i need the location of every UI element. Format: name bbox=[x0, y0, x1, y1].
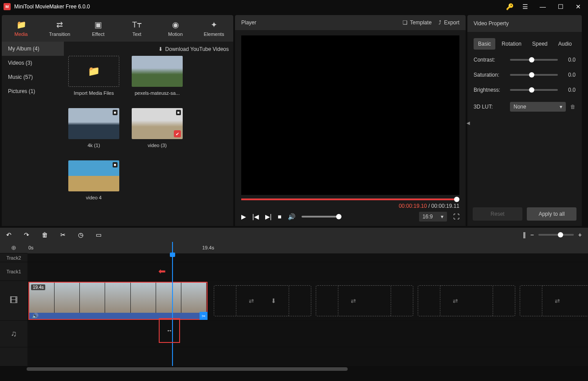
chevron-down-icon: ▾ bbox=[441, 214, 443, 220]
folder-add-icon: 📁 bbox=[88, 66, 100, 77]
export-button[interactable]: ⤴Export bbox=[439, 19, 459, 26]
redo-button[interactable]: ↷ bbox=[24, 231, 29, 238]
scrollbar-thumb[interactable] bbox=[27, 367, 348, 371]
volume-slider[interactable] bbox=[302, 216, 341, 218]
seek-bar[interactable] bbox=[241, 198, 459, 200]
sidebar-item-myalbum[interactable]: My Album (4) bbox=[2, 42, 64, 56]
fit-zoom-icon[interactable]: ‖ bbox=[523, 231, 526, 238]
app-title: MiniTool MovieMaker Free 6.0.0 bbox=[14, 4, 506, 10]
collapse-panel-icon[interactable]: ◀ bbox=[466, 121, 470, 125]
tab-elements[interactable]: ✦Elements bbox=[195, 15, 233, 42]
import-media-button[interactable]: 📁 Import Media Files bbox=[68, 56, 119, 96]
drop-zone-6[interactable] bbox=[440, 285, 515, 316]
sidebar-item-pictures[interactable]: Pictures (1) bbox=[2, 84, 64, 98]
audio-track[interactable] bbox=[27, 321, 588, 347]
seek-handle[interactable] bbox=[454, 197, 459, 202]
brightness-slider[interactable] bbox=[510, 89, 558, 91]
prop-tab-basic[interactable]: Basic bbox=[474, 38, 495, 50]
split-button[interactable]: ✂ bbox=[60, 231, 66, 238]
apply-all-button[interactable]: Apply to all bbox=[527, 207, 576, 221]
transition-icon: ⇄ bbox=[56, 20, 63, 30]
timeline-scrollbar[interactable] bbox=[0, 366, 588, 372]
tab-media[interactable]: 📁Media bbox=[2, 15, 40, 42]
saturation-slider[interactable] bbox=[510, 74, 558, 76]
drop-zone-8[interactable] bbox=[542, 285, 588, 316]
volume-handle[interactable] bbox=[336, 214, 341, 219]
elements-icon: ✦ bbox=[211, 20, 217, 30]
playhead-handle[interactable] bbox=[170, 253, 175, 257]
media-thumb-3[interactable]: ■✔ video (3) bbox=[132, 108, 183, 148]
effect-icon: ▣ bbox=[94, 20, 102, 30]
media-thumb-2[interactable]: ■ 4k (1) bbox=[68, 108, 119, 148]
lut-label: 3D LUT: bbox=[474, 104, 506, 110]
tab-motion[interactable]: ◉Motion bbox=[156, 15, 195, 42]
reset-button[interactable]: Reset bbox=[473, 207, 522, 221]
maximize-button[interactable]: ☐ bbox=[554, 3, 567, 10]
video-track[interactable]: 19.4s 🔊 ✂ ↔ ⇄ ⬇ ⇄ ⇄ ⇄ bbox=[27, 281, 588, 321]
play-button[interactable]: ▶ bbox=[241, 213, 246, 220]
zoom-out-button[interactable]: − bbox=[530, 231, 534, 238]
next-frame-button[interactable]: ▶| bbox=[265, 213, 272, 220]
lut-select[interactable]: None▾ bbox=[510, 102, 566, 112]
annotation-trim-cursor: ↔ bbox=[159, 318, 180, 343]
minimize-button[interactable]: — bbox=[537, 3, 549, 10]
download-youtube-link[interactable]: ⬇ Download YouTube Videos bbox=[68, 44, 229, 56]
prev-frame-button[interactable]: |◀ bbox=[252, 213, 259, 220]
undo-button[interactable]: ↶ bbox=[6, 231, 12, 238]
text-icon: Tᴛ bbox=[132, 20, 141, 30]
download-icon: ⬇ bbox=[271, 297, 276, 304]
video-badge-icon: ■ bbox=[113, 110, 118, 115]
menu-icon[interactable]: ☰ bbox=[519, 3, 531, 10]
template-button[interactable]: ❏Template bbox=[403, 19, 432, 26]
tab-text[interactable]: TᴛText bbox=[118, 15, 156, 42]
ruler-mark-1: 19.4s bbox=[202, 245, 214, 250]
brightness-label: Brightness: bbox=[474, 87, 506, 93]
saturation-handle[interactable] bbox=[529, 72, 534, 78]
activation-key-icon[interactable]: 🔑 bbox=[506, 3, 514, 10]
video-clip[interactable]: 19.4s 🔊 ✂ bbox=[28, 282, 208, 320]
timeline-ruler[interactable]: 0s 19.4s bbox=[27, 242, 588, 253]
track-2[interactable] bbox=[27, 253, 588, 262]
clip-audio-strip: 🔊 bbox=[29, 313, 207, 319]
video-track-icon: 🎞 bbox=[0, 281, 27, 321]
sidebar-item-videos[interactable]: Videos (3) bbox=[2, 56, 64, 70]
brightness-handle[interactable] bbox=[529, 87, 534, 93]
zoom-in-button[interactable]: + bbox=[578, 231, 582, 238]
zoom-handle[interactable] bbox=[558, 232, 563, 237]
prop-tab-rotation[interactable]: Rotation bbox=[497, 38, 526, 50]
media-thumb-4[interactable]: ■ video 4 bbox=[68, 160, 119, 200]
annotation-arrow-icon: ⬅ bbox=[158, 266, 166, 276]
crop-button[interactable]: ▭ bbox=[96, 231, 102, 238]
chevron-down-icon: ▾ bbox=[560, 104, 562, 110]
drop-zone-2[interactable]: ⬇ bbox=[236, 285, 311, 316]
stop-button[interactable]: ■ bbox=[278, 213, 281, 220]
clip-duration-badge: 19.4s bbox=[31, 284, 45, 290]
fullscreen-button[interactable]: ⛶ bbox=[453, 213, 459, 220]
saturation-value: 0.0 bbox=[562, 72, 576, 78]
delete-lut-icon[interactable]: 🗑 bbox=[570, 104, 576, 110]
volume-icon[interactable]: 🔊 bbox=[288, 213, 295, 220]
tab-effect[interactable]: ▣Effect bbox=[79, 15, 118, 42]
contrast-handle[interactable] bbox=[529, 57, 534, 62]
aspect-ratio-select[interactable]: 16:9▾ bbox=[419, 212, 447, 222]
speed-button[interactable]: ◷ bbox=[78, 231, 83, 238]
drop-zone-4[interactable] bbox=[338, 285, 413, 316]
sidebar-item-music[interactable]: Music (57) bbox=[2, 70, 64, 84]
delete-button[interactable]: 🗑 bbox=[42, 231, 48, 238]
video-preview bbox=[241, 35, 459, 195]
prop-tab-audio[interactable]: Audio bbox=[554, 38, 576, 50]
close-button[interactable]: ✕ bbox=[572, 3, 584, 10]
motion-icon: ◉ bbox=[172, 20, 179, 30]
add-track-button[interactable]: ⊕ bbox=[0, 242, 27, 253]
contrast-slider[interactable] bbox=[510, 59, 558, 61]
time-display: 00:00:19.10 / 00:00:19.11 bbox=[241, 203, 459, 209]
zoom-slider[interactable] bbox=[538, 234, 574, 236]
clip-trim-handle[interactable]: ✂ bbox=[200, 312, 208, 320]
media-thumb-1[interactable]: pexels-mateusz-sa... bbox=[132, 56, 183, 96]
track2-label: Track2 bbox=[0, 253, 27, 262]
playhead[interactable] bbox=[172, 242, 173, 366]
tab-transition[interactable]: ⇄Transition bbox=[40, 15, 79, 42]
prop-tab-speed[interactable]: Speed bbox=[528, 38, 552, 50]
track-1[interactable] bbox=[27, 262, 588, 281]
video-badge-icon: ■ bbox=[176, 110, 181, 115]
